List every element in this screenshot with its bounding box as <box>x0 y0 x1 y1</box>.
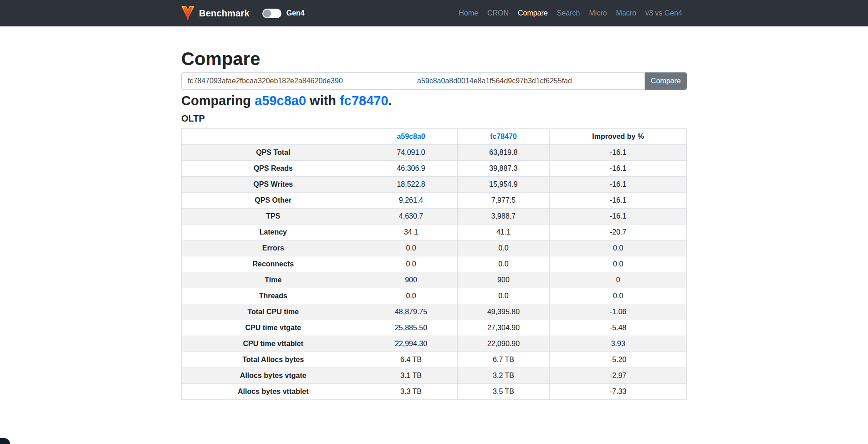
gen4-toggle[interactable] <box>262 9 281 18</box>
header-a59c8a0[interactable]: a59c8a0 <box>365 129 457 145</box>
metric-label: Errors <box>182 240 365 256</box>
compare-button[interactable]: Compare <box>645 72 687 90</box>
table-row: QPS Total74,091.063,819.8-16.1 <box>182 145 687 161</box>
metric-label: QPS Reads <box>182 161 365 177</box>
metric-value: 3,988.7 <box>457 209 550 225</box>
oltp-section-title: OLTP <box>181 113 687 124</box>
nav-link-home[interactable]: Home <box>454 5 483 21</box>
table-row: TPS4,630.73,988.7-16.1 <box>182 209 687 225</box>
table-row: QPS Reads46,306.939,887.3-16.1 <box>182 161 687 177</box>
metric-value: 39,887.3 <box>457 161 550 177</box>
metric-value: 0.0 <box>365 240 457 256</box>
metric-value: 25,885.50 <box>365 320 457 336</box>
table-row: Total CPU time48,879.7549,395.80-1.06 <box>182 304 687 320</box>
improved-by-value: 3.93 <box>550 336 687 352</box>
metric-value: 9,261.4 <box>365 193 457 209</box>
page-title: Compare <box>181 48 687 70</box>
metric-value: 34.1 <box>365 225 457 240</box>
header-metric-blank <box>182 129 365 145</box>
table-header-row: a59c8a0fc78470Improved by % <box>182 129 687 145</box>
nav-link-v3-vs-gen4[interactable]: v3 vs Gen4 <box>641 5 687 21</box>
metric-value: 22,994.30 <box>365 336 457 352</box>
nav-links: HomeCRONCompareSearchMicroMacrov3 vs Gen… <box>454 5 687 21</box>
metric-value: 900 <box>365 272 457 288</box>
metric-value: 3.3 TB <box>365 384 457 400</box>
metric-value: 6.7 TB <box>457 352 550 368</box>
metric-label: CPU time vttablet <box>182 336 365 352</box>
commit-hash-input-left[interactable] <box>181 72 411 90</box>
compare-input-group: Compare <box>181 72 687 90</box>
header-improved-by-: Improved by % <box>550 129 687 145</box>
improved-by-value: 0.0 <box>550 256 687 272</box>
nav-link-compare[interactable]: Compare <box>513 5 552 21</box>
metric-value: 0.0 <box>365 288 457 304</box>
table-row: Total Allocs bytes6.4 TB6.7 TB-5.20 <box>182 352 687 368</box>
metric-label: Total Allocs bytes <box>182 352 365 368</box>
metric-value: 46,306.9 <box>365 161 457 177</box>
comparing-suffix: . <box>388 93 392 108</box>
table-row: Time9009000 <box>182 272 687 288</box>
metric-label: Allocs bytes vtgate <box>182 368 365 384</box>
metric-value: 3.1 TB <box>365 368 457 384</box>
footer-corner-shape <box>0 438 10 444</box>
metric-value: 7,977.5 <box>457 193 550 209</box>
metric-label: Threads <box>182 288 365 304</box>
metric-value: 74,091.0 <box>365 145 457 161</box>
nav-link-cron[interactable]: CRON <box>483 5 513 21</box>
metric-value: 27,304.90 <box>457 320 550 336</box>
table-head: a59c8a0fc78470Improved by % <box>182 129 687 145</box>
metric-label: Reconnects <box>182 256 365 272</box>
nav-link-search[interactable]: Search <box>552 5 585 21</box>
improved-by-value: 0.0 <box>550 288 687 304</box>
vitess-v-logo-icon <box>181 5 194 21</box>
left-commit-link[interactable]: a59c8a0 <box>255 93 306 108</box>
table-row: CPU time vtgate25,885.5027,304.90-5.48 <box>182 320 687 336</box>
metric-label: Latency <box>182 225 365 240</box>
improved-by-value: -20.7 <box>550 225 687 240</box>
right-commit-link[interactable]: fc78470 <box>340 93 388 108</box>
oltp-comparison-table: a59c8a0fc78470Improved by % QPS Total74,… <box>181 128 687 400</box>
navbar-container: Benchmark Gen4 HomeCRONCompareSearchMicr… <box>181 5 687 21</box>
table-row: Reconnects0.00.00.0 <box>182 256 687 272</box>
nav-link-micro[interactable]: Micro <box>585 5 612 21</box>
header-fc78470[interactable]: fc78470 <box>457 129 550 145</box>
metric-value: 900 <box>457 272 550 288</box>
metric-value: 22,090.90 <box>457 336 550 352</box>
metric-value: 48,879.75 <box>365 304 457 320</box>
improved-by-value: 0 <box>550 272 687 288</box>
table-row: Errors0.00.00.0 <box>182 240 687 256</box>
metric-label: CPU time vtgate <box>182 320 365 336</box>
metric-value: 18,522.8 <box>365 177 457 193</box>
table-row: QPS Writes18,522.815,954.9-16.1 <box>182 177 687 193</box>
metric-value: 6.4 TB <box>365 352 457 368</box>
metric-value: 49,395.80 <box>457 304 550 320</box>
top-navbar: Benchmark Gen4 HomeCRONCompareSearchMicr… <box>0 0 868 26</box>
metric-value: 3.2 TB <box>457 368 550 384</box>
table-row: CPU time vttablet22,994.3022,090.903.93 <box>182 336 687 352</box>
improved-by-value: -7.33 <box>550 384 687 400</box>
metric-value: 3.5 TB <box>457 384 550 400</box>
improved-by-value: 0.0 <box>550 240 687 256</box>
commit-hash-input-right[interactable] <box>411 72 645 90</box>
main-content: Compare Compare Comparing a59c8a0 with f… <box>181 48 687 444</box>
improved-by-value: -16.1 <box>550 209 687 225</box>
metric-label: Allocs bytes vttablet <box>182 384 365 400</box>
table-row: Allocs bytes vttablet3.3 TB3.5 TB-7.33 <box>182 384 687 400</box>
improved-by-value: -5.48 <box>550 320 687 336</box>
metric-label: Total CPU time <box>182 304 365 320</box>
table-row: Allocs bytes vtgate3.1 TB3.2 TB-2.97 <box>182 368 687 384</box>
metric-label: QPS Writes <box>182 177 365 193</box>
metric-label: TPS <box>182 209 365 225</box>
metric-value: 0.0 <box>457 240 550 256</box>
gen4-toggle-label: Gen4 <box>286 9 305 17</box>
comparing-heading: Comparing a59c8a0 with fc78470. <box>181 93 687 108</box>
table-row: Threads0.00.00.0 <box>182 288 687 304</box>
improved-by-value: -16.1 <box>550 161 687 177</box>
metric-value: 0.0 <box>457 256 550 272</box>
improved-by-value: -16.1 <box>550 193 687 209</box>
metric-value: 15,954.9 <box>457 177 550 193</box>
nav-link-macro[interactable]: Macro <box>612 5 641 21</box>
comparing-middle: with <box>306 93 340 108</box>
brand[interactable]: Benchmark <box>181 5 250 21</box>
improved-by-value: -16.1 <box>550 177 687 193</box>
